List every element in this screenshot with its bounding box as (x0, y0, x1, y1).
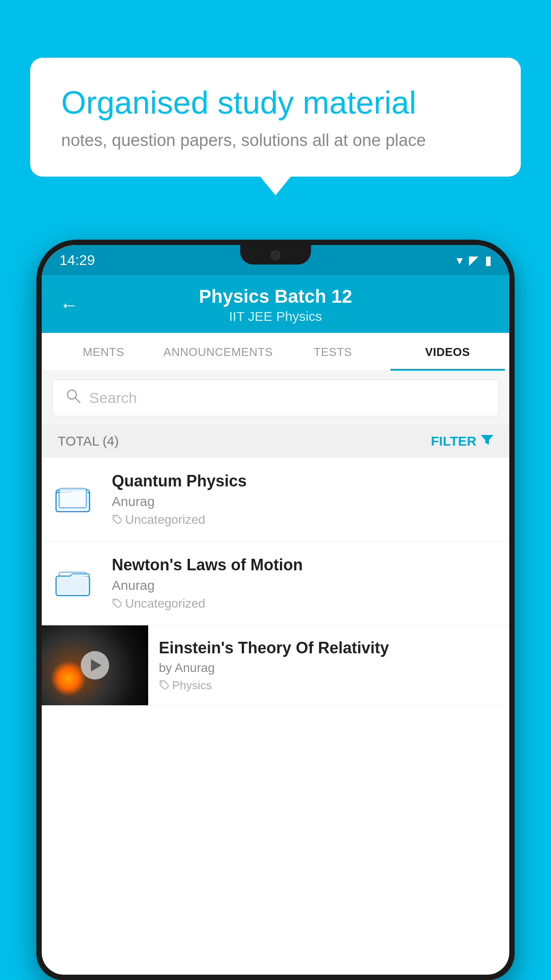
video-author: by Anurag (159, 661, 499, 675)
video-title: Einstein's Theory Of Relativity (159, 639, 499, 657)
folder-icon-area (55, 483, 99, 516)
header-subtitle: IIT JEE Physics (92, 309, 459, 324)
svg-point-12 (161, 682, 163, 683)
video-info: Einstein's Theory Of Relativity by Anura… (148, 629, 509, 702)
phone-inner: 14:29 ▾ ◤ ▮ ← Physics Batch 12 IIT JEE P… (42, 245, 509, 975)
tab-announcements[interactable]: ANNOUNCEMENTS (161, 333, 276, 371)
video-title: Quantum Physics (112, 472, 496, 490)
tab-videos[interactable]: VIDEOS (390, 333, 505, 371)
filter-icon (481, 433, 493, 449)
camera-dot (271, 250, 280, 260)
wifi-icon: ▾ (457, 253, 463, 268)
list-item[interactable]: Einstein's Theory Of Relativity by Anura… (42, 625, 509, 706)
video-list: Quantum Physics Anurag Uncategorized (42, 458, 509, 706)
tag-label: Uncategorized (125, 513, 205, 527)
speech-bubble: Organised study material notes, question… (30, 58, 521, 177)
video-tag: Uncategorized (112, 597, 496, 611)
video-tag: Uncategorized (112, 513, 496, 527)
status-time: 14:29 (59, 252, 95, 269)
status-icons: ▾ ◤ ▮ (457, 253, 492, 268)
svg-point-7 (114, 517, 116, 518)
video-info: Newton's Laws of Motion Anurag Uncategor… (112, 556, 496, 611)
header-text: Physics Batch 12 IIT JEE Physics (92, 286, 459, 324)
bubble-subtitle: notes, question papers, solutions all at… (61, 131, 490, 150)
tag-label: Physics (172, 679, 212, 692)
search-container: Search (42, 371, 509, 424)
play-icon (91, 659, 102, 672)
video-title: Newton's Laws of Motion (112, 556, 496, 574)
tabs-bar: MENTS ANNOUNCEMENTS TESTS VIDEOS (42, 333, 509, 371)
svg-line-1 (75, 398, 80, 403)
app-header: ← Physics Batch 12 IIT JEE Physics (42, 275, 509, 333)
tag-icon (112, 513, 122, 527)
video-tag: Physics (159, 679, 499, 692)
svg-marker-2 (481, 435, 493, 445)
video-author: Anurag (112, 578, 496, 593)
filter-label: FILTER (431, 434, 476, 449)
list-item[interactable]: Newton's Laws of Motion Anurag Uncategor… (42, 541, 509, 625)
svg-rect-6 (59, 488, 86, 508)
folder-icon (55, 567, 91, 598)
search-box[interactable]: Search (52, 379, 499, 416)
svg-rect-10 (58, 578, 88, 594)
svg-point-11 (114, 601, 116, 602)
total-count: TOTAL (4) (58, 434, 119, 449)
tab-tests[interactable]: TESTS (276, 333, 390, 371)
back-button[interactable]: ← (59, 295, 79, 315)
play-button[interactable] (81, 651, 109, 680)
tab-ments[interactable]: MENTS (46, 333, 161, 371)
bubble-title: Organised study material (61, 84, 490, 121)
battery-icon: ▮ (485, 253, 492, 268)
search-placeholder: Search (89, 389, 137, 407)
folder-icon (55, 483, 91, 514)
filter-button[interactable]: FILTER (431, 433, 493, 449)
filter-bar: TOTAL (4) FILTER (42, 424, 509, 458)
video-info: Quantum Physics Anurag Uncategorized (112, 472, 496, 527)
list-item[interactable]: Quantum Physics Anurag Uncategorized (42, 458, 509, 541)
folder-icon-area (55, 567, 99, 600)
signal-icon: ◤ (469, 253, 479, 268)
thumbnail-area (42, 625, 148, 705)
phone-notch (240, 245, 311, 265)
tag-label: Uncategorized (125, 597, 205, 611)
speech-bubble-container: Organised study material notes, question… (30, 58, 521, 177)
tag-icon (112, 597, 122, 611)
video-author: Anurag (112, 494, 496, 509)
header-title: Physics Batch 12 (92, 286, 459, 307)
tag-icon (159, 679, 169, 692)
phone-frame: 14:29 ▾ ◤ ▮ ← Physics Batch 12 IIT JEE P… (36, 240, 515, 980)
search-icon (65, 388, 81, 408)
